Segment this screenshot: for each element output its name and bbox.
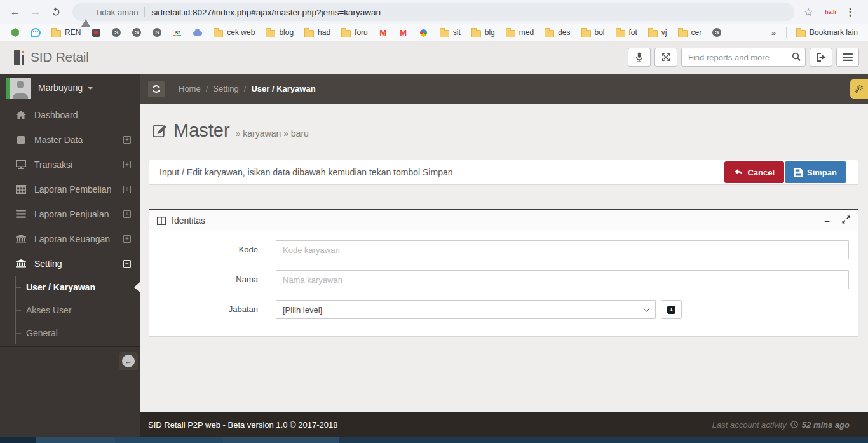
bookmark-item[interactable]: cer: [674, 27, 706, 38]
sidebar-item-laporan-pembelian[interactable]: Laporan Pembelian +: [0, 177, 140, 201]
sidebar-item-laporan-penjualan[interactable]: Laporan Penjualan +: [0, 201, 140, 226]
save-button[interactable]: Simpan: [785, 161, 846, 183]
bookmark-label: sit: [453, 28, 461, 37]
bookmark-label: cer: [691, 28, 702, 37]
bookmarks-bar: REN cek web blog had: [0, 24, 868, 41]
bookmark-item[interactable]: had: [300, 27, 334, 38]
sidebar-item-transaksi[interactable]: Transaksi +: [0, 152, 140, 177]
folder-icon: [796, 27, 806, 37]
desktop-icon: [15, 160, 27, 169]
bookmark-icon: [10, 27, 20, 37]
bookmark-item[interactable]: bol: [577, 27, 609, 38]
bookmark-item[interactable]: [148, 27, 166, 38]
bookmark-item[interactable]: sit: [435, 27, 465, 38]
bookmark-item[interactable]: [87, 27, 105, 38]
browser-toolbar: ← → Tidak aman sidretail.id:8027/index.p…: [0, 0, 868, 24]
clock-icon: [790, 421, 798, 428]
bookmark-item[interactable]: [708, 27, 726, 38]
bookmark-item[interactable]: [189, 27, 207, 38]
other-bookmarks[interactable]: Bookmark lain: [792, 27, 862, 38]
brand-icon: [14, 50, 26, 65]
microphone-button[interactable]: [628, 48, 651, 67]
stop-icon: [15, 135, 27, 144]
bookmarks-overflow-icon[interactable]: »: [766, 28, 781, 37]
browser-forward-icon[interactable]: →: [27, 3, 44, 21]
sidebar-item-master-data[interactable]: Master Data +: [0, 127, 140, 152]
sidebar-collapse-button[interactable]: ←: [119, 352, 138, 370]
content-area: Master » karyawan » baru Input / Edit ka…: [140, 104, 868, 412]
bookmark-icon: [544, 27, 554, 37]
browser-back-icon[interactable]: ←: [6, 3, 24, 21]
sidebar-item-dashboard[interactable]: Dashboard: [0, 102, 140, 127]
bookmark-item[interactable]: REN: [47, 27, 85, 38]
bookmark-label: vj: [661, 28, 667, 37]
bookmark-label: med: [519, 28, 534, 37]
bookmark-item[interactable]: med: [501, 27, 538, 38]
jabatan-select[interactable]: [Pilih level]: [276, 300, 656, 319]
bookmark-item[interactable]: [128, 27, 146, 38]
bookmark-icon: [378, 27, 388, 37]
bookmark-item[interactable]: fot: [611, 27, 641, 38]
sidebar-item-laporan-keuangan[interactable]: Laporan Keuangan +: [0, 226, 140, 251]
bookmark-item[interactable]: [27, 27, 44, 38]
bookmark-item[interactable]: des: [540, 27, 574, 38]
collapse-panel-icon[interactable]: −: [824, 216, 830, 226]
not-secure-icon[interactable]: [81, 8, 90, 16]
bookmark-item[interactable]: blg: [467, 27, 499, 38]
extension-icon[interactable]: ha.li: [821, 10, 840, 15]
bank-icon: [15, 235, 27, 243]
form-callout: Input / Edit karyawan, isikan data dibaw…: [149, 160, 858, 185]
bookmark-item[interactable]: [168, 27, 186, 38]
cancel-button[interactable]: Cancel: [724, 161, 784, 183]
page-title: Master » karyawan » baru: [149, 111, 858, 149]
bookmark-label: foru: [355, 28, 368, 37]
kode-input[interactable]: [276, 240, 849, 259]
sign-out-button[interactable]: [810, 48, 832, 67]
search-input[interactable]: [681, 48, 806, 67]
add-jabatan-button[interactable]: +: [661, 300, 682, 319]
sidebar-item-akses-user[interactable]: Akses User: [0, 299, 140, 322]
control-sidebar-toggle[interactable]: [850, 79, 868, 99]
bookmark-icon: [505, 27, 515, 37]
bookmark-star-icon[interactable]: ☆: [799, 3, 817, 21]
nama-input[interactable]: [276, 270, 849, 289]
url-text[interactable]: sidretail.id:8027/index.php#ajax/master.…: [151, 8, 381, 17]
sidebar-item-general[interactable]: General: [0, 322, 140, 344]
address-bar[interactable]: Tidak aman sidretail.id:8027/index.php#a…: [72, 3, 794, 21]
bookmark-item[interactable]: [374, 27, 392, 38]
edit-icon: [153, 123, 167, 138]
footer-copyright: SID Retail P2P web - Beta version 1.0 © …: [148, 420, 337, 430]
bookmark-item[interactable]: [6, 27, 24, 38]
brand-logo[interactable]: SID Retail: [0, 50, 140, 65]
breadcrumb-setting[interactable]: Setting: [213, 84, 238, 93]
search-icon[interactable]: [792, 52, 801, 64]
fullscreen-button[interactable]: [654, 48, 677, 67]
refresh-button[interactable]: [148, 81, 165, 97]
bookmark-item[interactable]: [107, 27, 125, 38]
breadcrumb-home[interactable]: Home: [179, 84, 201, 93]
expand-panel-icon[interactable]: [842, 215, 850, 226]
bookmark-icon: [439, 27, 449, 37]
arrow-left-icon: ←: [122, 355, 135, 367]
bookmark-item[interactable]: [415, 27, 433, 38]
bookmark-icon: [51, 27, 61, 37]
bookmark-icon: [677, 27, 688, 37]
user-name[interactable]: Marbuyung: [38, 83, 93, 93]
bookmark-item[interactable]: [395, 27, 412, 38]
hamburger-menu-button[interactable]: [836, 48, 859, 67]
bookmark-item[interactable]: foru: [337, 27, 372, 38]
panel-header: Identitas −: [149, 210, 858, 231]
bookmark-item[interactable]: blog: [261, 27, 297, 38]
app-header: SID Retail: [0, 41, 868, 74]
bookmark-item[interactable]: vj: [644, 27, 671, 38]
bookmark-item[interactable]: cek web: [209, 27, 259, 38]
plus-square-icon: +: [123, 210, 131, 218]
sidebar-item-user-karyawan[interactable]: User / Karyawan: [0, 276, 140, 299]
breadcrumb-bar: Home / Setting / User / Karyawan: [140, 74, 868, 104]
browser-menu-icon[interactable]: ⋮: [841, 3, 859, 21]
sidebar-item-setting[interactable]: Setting −: [0, 251, 140, 276]
plus-square-icon: +: [123, 136, 131, 144]
browser-refresh-icon[interactable]: [47, 3, 65, 21]
user-panel[interactable]: Marbuyung: [0, 74, 140, 102]
bookmark-label: blg: [485, 28, 495, 37]
